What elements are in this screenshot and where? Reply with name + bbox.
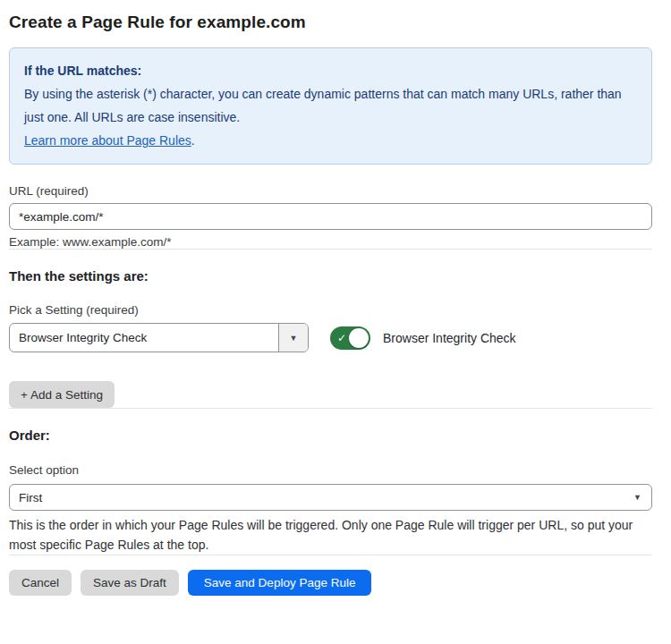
order-select-label: Select option [9,463,652,477]
create-page-rule-form: Create a Page Rule for example.com If th… [0,0,671,596]
url-input[interactable] [9,203,652,230]
info-box-body: By using the asterisk (*) character, you… [24,82,637,129]
url-field-label: URL (required) [9,184,652,198]
add-setting-button[interactable]: + Add a Setting [9,381,115,408]
settings-heading: Then the settings are: [9,268,652,284]
divider [9,408,652,409]
order-section: Order: Select option First ▼ This is the… [9,428,652,555]
save-as-draft-button[interactable]: Save as Draft [81,570,179,596]
settings-section: Then the settings are: Pick a Setting (r… [9,268,652,408]
toggle-knob [349,328,369,348]
order-select-value: First [19,491,42,504]
order-help-text: This is the order in which your Page Rul… [9,515,652,555]
link-suffix: . [191,133,195,148]
setting-row: Browser Integrity Check ▼ ✓ Browser Inte… [9,323,652,352]
browser-integrity-toggle[interactable]: ✓ [330,326,370,350]
info-box-link-line: Learn more about Page Rules. [24,129,637,152]
setting-dropdown[interactable]: Browser Integrity Check ▼ [9,323,309,352]
setting-dropdown-value: Browser Integrity Check [10,324,278,352]
url-match-info-box: If the URL matches: By using the asteris… [9,47,652,165]
setting-dropdown-caret-button[interactable]: ▼ [278,324,308,352]
order-heading: Order: [9,428,652,443]
cancel-button[interactable]: Cancel [9,570,72,596]
order-select[interactable]: First [9,484,652,511]
save-and-deploy-button[interactable]: Save and Deploy Page Rule [188,570,372,596]
divider [9,249,652,250]
url-helper-text: Example: www.example.com/* [9,235,652,249]
footer-actions: Cancel Save as Draft Save and Deploy Pag… [9,570,652,596]
check-icon: ✓ [337,333,346,343]
learn-more-link[interactable]: Learn more about Page Rules [24,133,191,148]
url-field-group: URL (required) Example: www.example.com/… [9,184,652,249]
pick-setting-label: Pick a Setting (required) [9,303,652,317]
order-select-wrap: First ▼ [9,484,652,511]
page-title: Create a Page Rule for example.com [9,13,652,32]
chevron-down-icon: ▼ [290,334,298,343]
info-box-heading: If the URL matches: [24,59,637,82]
divider [9,555,652,555]
toggle-label: Browser Integrity Check [383,331,516,345]
